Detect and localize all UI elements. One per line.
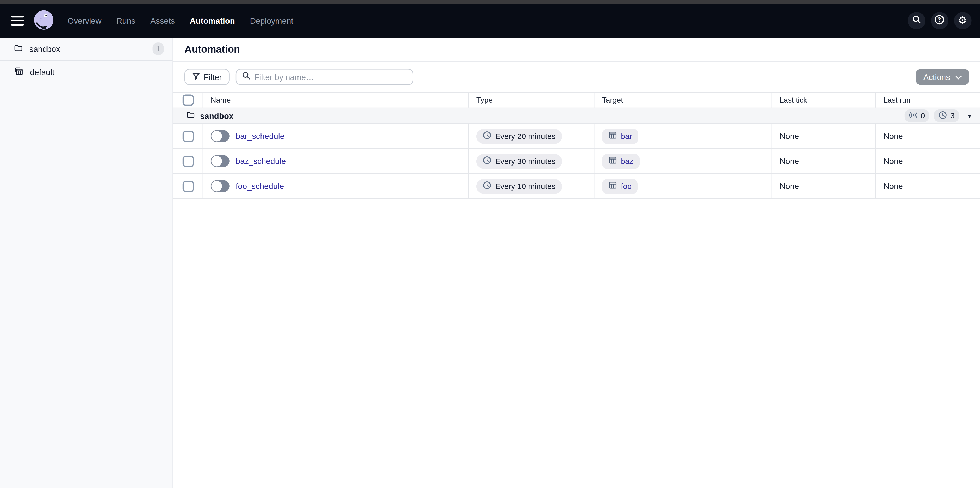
actions-button[interactable]: Actions [916,69,969,85]
sidebar-item-sandbox[interactable]: sandbox 1 [0,38,172,61]
filter-button-label: Filter [204,72,222,81]
schedule-link[interactable]: bar_schedule [236,131,285,141]
last-tick-value: None [780,156,799,166]
search-button[interactable] [908,12,925,29]
schedule-toggle[interactable] [211,155,229,167]
settings-button[interactable]: ⚙ [954,12,971,29]
col-header-last-run: Last run [876,92,980,108]
last-tick-value: None [780,131,799,141]
group-row-sandbox: sandbox 0 [173,108,980,124]
nav-link-overview[interactable]: Overview [67,16,101,25]
actions-button-label: Actions [923,72,950,81]
window-top-strip [0,0,980,4]
last-run-value: None [883,182,903,191]
dagster-logo-icon[interactable] [31,8,56,33]
schedule-link[interactable]: baz_schedule [236,156,286,166]
table-header: Name Type Target Last tick Last run [173,92,980,108]
name-filter-input[interactable] [255,72,407,81]
name-filter-field [236,69,414,85]
row-checkbox[interactable] [182,155,194,167]
automation-table: Name Type Target Last tick Last run sand… [173,92,980,199]
schedule-count: 3 [951,111,955,120]
nav-link-runs[interactable]: Runs [116,16,135,25]
clock-icon [483,181,492,191]
target-chip[interactable]: baz [602,153,640,169]
row-checkbox[interactable] [182,180,194,191]
col-header-target: Target [595,92,772,108]
collapse-group-icon[interactable]: ▾ [968,112,971,120]
nav-link-automation[interactable]: Automation [190,16,235,25]
last-tick-value: None [780,182,799,191]
schedule-link[interactable]: foo_schedule [236,182,284,191]
table-icon [608,131,617,142]
filter-button[interactable]: Filter [185,69,229,85]
top-navbar: Overview Runs Assets Automation Deployme… [0,4,980,38]
toolbar: Filter Actions [173,62,980,92]
row-checkbox[interactable] [182,130,194,142]
code-location-icon [14,66,24,78]
table-row: foo_schedule Every 10 minutes [173,174,980,199]
schedule-toggle[interactable] [211,130,229,142]
clock-icon [939,110,947,121]
page-header: Automation [173,38,980,62]
funnel-icon [192,72,200,82]
last-run-value: None [883,156,903,166]
table-row: baz_schedule Every 30 minutes [173,149,980,174]
select-all-checkbox[interactable] [182,94,194,105]
help-button[interactable]: ? [931,12,948,29]
table-icon [608,156,617,167]
sidebar: sandbox 1 default [0,38,173,488]
gear-icon: ⚙ [958,16,967,26]
clock-icon [483,131,492,142]
magnifier-icon [242,72,251,83]
sidebar-group-label: sandbox [29,44,60,53]
schedule-type-chip: Every 20 minutes [476,129,562,144]
col-header-name: Name [203,92,469,108]
target-chip[interactable]: bar [602,129,638,144]
schedule-type-chip: Every 30 minutes [476,153,562,169]
sidebar-item-label: default [30,67,54,77]
col-header-type: Type [469,92,595,108]
group-name: sandbox [200,111,234,120]
nav-link-assets[interactable]: Assets [150,16,175,25]
page: Overview Runs Assets Automation Deployme… [0,0,980,488]
folder-icon [186,110,195,121]
target-chip[interactable]: foo [602,179,638,194]
help-icon: ? [934,14,945,27]
menu-icon[interactable] [11,16,24,26]
sensor-count-badge: 0 [904,110,929,122]
sensor-count: 0 [921,111,925,120]
col-header-last-tick: Last tick [772,92,876,108]
search-icon [911,14,921,27]
schedule-count-badge: 3 [934,110,959,122]
schedule-toggle[interactable] [211,180,229,192]
svg-text:?: ? [938,16,941,23]
table-row: bar_schedule Every 20 minutes [173,124,980,149]
last-run-value: None [883,131,903,141]
folder-icon [14,43,23,54]
nav-link-deployment[interactable]: Deployment [250,16,293,25]
primary-nav: Overview Runs Assets Automation Deployme… [67,16,293,25]
chevron-down-icon [955,72,961,81]
sensor-icon [909,110,918,121]
clock-icon [483,156,492,167]
sidebar-item-default[interactable]: default [0,61,172,83]
page-title: Automation [185,44,240,55]
sidebar-count-badge: 1 [153,43,164,55]
table-icon [608,181,617,191]
schedule-type-chip: Every 10 minutes [476,179,562,194]
main-content: Automation Filter [173,38,980,488]
